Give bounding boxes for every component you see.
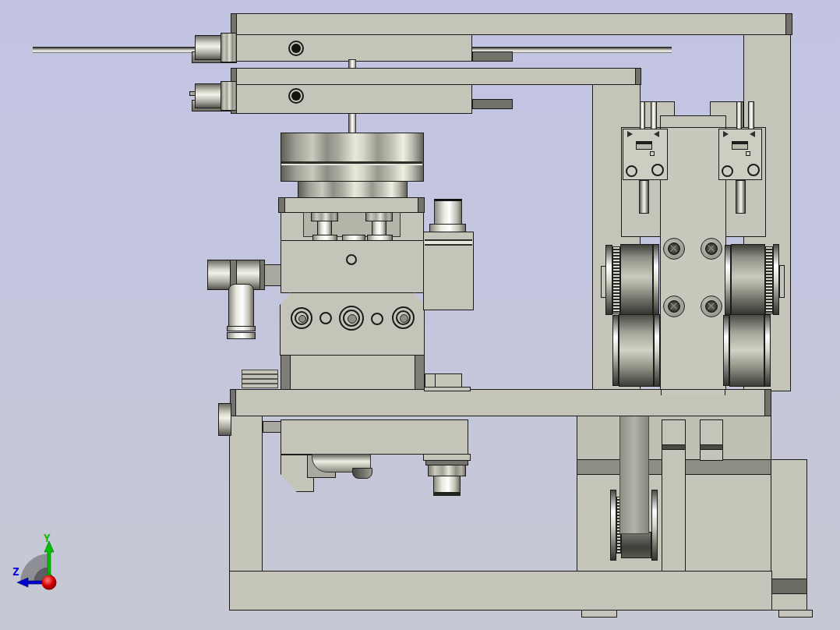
cap-screw-socket	[668, 242, 680, 255]
tooling-bottom-plate	[281, 355, 425, 390]
hanger-post-a-cap	[662, 444, 686, 450]
elbow-cap	[207, 260, 231, 290]
timing-pulley-left[interactable]	[620, 244, 653, 316]
frame-foot-left	[581, 610, 617, 618]
face-boss-center	[348, 314, 357, 324]
upper-slide-carriage[interactable]	[236, 34, 472, 62]
face-boss-center	[298, 315, 306, 323]
comb-prongs	[242, 370, 278, 388]
hanging-tabs	[263, 421, 281, 433]
hanger-post-a	[662, 419, 686, 572]
tooling-block-main[interactable]	[281, 240, 424, 293]
origin-ball	[42, 575, 57, 590]
pulley-flange	[773, 244, 779, 315]
gripper-pin-left	[639, 180, 649, 214]
side-cylinder-cap	[429, 224, 466, 232]
drive-belt[interactable]	[619, 416, 649, 534]
frame-beam-right-edge	[764, 389, 771, 416]
metal-elbow-tip	[352, 468, 372, 479]
upper-rail-strip	[472, 51, 513, 62]
arrow-mark-icon	[750, 131, 755, 137]
pulley-axle	[779, 265, 785, 298]
lower-pulley-flange	[610, 490, 616, 561]
lower-pulley-flange	[651, 490, 658, 561]
face-hole	[371, 313, 383, 325]
hanger-post-b	[700, 419, 723, 461]
beam-end-cylinder	[218, 403, 231, 436]
timing-pulley-right[interactable]	[731, 244, 765, 316]
z-axis-label: Z	[12, 566, 19, 577]
bracket-hole	[722, 165, 733, 177]
upper-slide-end-cap	[785, 13, 792, 35]
cad-viewport[interactable]: Y Z	[0, 0, 840, 630]
upper-slide-port-hole	[291, 44, 301, 53]
pulley-flange	[653, 244, 659, 316]
standoff-shaft	[317, 221, 332, 236]
lower-fitting-cylinder[interactable]	[195, 83, 221, 108]
connector-ring	[227, 332, 256, 339]
standoff-shaft	[372, 221, 386, 236]
turret-top-plate-cap	[418, 197, 425, 213]
hanger-post-b-cap	[700, 444, 723, 450]
guide-roller-right[interactable]	[729, 314, 764, 387]
lower-slide-body[interactable]	[231, 68, 641, 85]
lower-slide-port-hole	[291, 91, 301, 101]
cap-screw-socket	[705, 300, 718, 313]
hanging-block[interactable]	[281, 419, 468, 455]
upper-slide-body[interactable]	[231, 13, 792, 35]
lower-rail-strip	[472, 99, 513, 109]
drum-groove-highlight	[281, 164, 422, 165]
connector-bottom-ring	[433, 492, 461, 496]
bracket-hole	[626, 165, 637, 177]
axis-triad[interactable]: Y Z	[11, 519, 83, 602]
bottom-plate-cap	[415, 355, 425, 390]
upper-fitting-nut	[221, 33, 237, 62]
y-axis-label: Y	[44, 533, 50, 543]
bracket-hole	[747, 164, 760, 176]
frame-left-leg[interactable]	[229, 416, 263, 572]
bracket-clamp-left	[636, 141, 652, 150]
connector-hex-nut	[428, 465, 466, 476]
cap-screw-socket	[668, 300, 680, 313]
guide-roller-left[interactable]	[619, 314, 654, 387]
pulley-teeth	[612, 246, 620, 314]
gripper-column-foot	[661, 389, 725, 395]
lower-slide-carriage[interactable]	[236, 84, 472, 114]
lower-pulley-hub[interactable]	[621, 532, 651, 558]
arrow-mark-icon	[654, 131, 659, 137]
elbow-link	[264, 264, 281, 286]
roller-flange	[654, 314, 660, 387]
block-hole	[346, 254, 357, 265]
gripper-pin-right	[736, 180, 746, 214]
arrow-mark-icon	[723, 131, 729, 137]
face-boss-center	[400, 314, 408, 323]
arrow-mark-icon	[627, 131, 633, 137]
bracket-clamp-right	[732, 141, 748, 150]
bottom-plate-cap	[281, 355, 291, 390]
upper-fitting-cylinder[interactable]	[195, 35, 221, 60]
turret-top-plate	[278, 197, 425, 213]
drum-pedestal	[298, 181, 408, 198]
bracket-square-hole	[746, 151, 750, 156]
roller-flange	[612, 315, 619, 386]
side-cylinder[interactable]	[434, 199, 462, 225]
pulley-flange	[605, 245, 612, 315]
side-block-line	[425, 244, 472, 246]
lower-fitting-nut	[221, 81, 237, 111]
gripper-center-column[interactable]	[660, 127, 726, 392]
pulley-flange	[725, 245, 731, 315]
lower-slide-end-cap	[635, 68, 641, 85]
frame-foot-right	[778, 610, 813, 618]
push-in-connector[interactable]	[228, 284, 254, 327]
side-step-plate	[424, 387, 471, 391]
base-right-dark-band	[771, 579, 807, 594]
cap-screw-socket	[705, 242, 718, 255]
roller-flange	[723, 315, 729, 386]
rotary-drum[interactable]	[281, 133, 424, 182]
connector-ring	[227, 326, 256, 331]
side-step-b	[435, 373, 462, 388]
frame-base-rail[interactable]	[229, 571, 772, 611]
roller-flange	[764, 314, 771, 387]
bracket-hole	[651, 164, 664, 176]
pulley-teeth	[765, 246, 773, 314]
